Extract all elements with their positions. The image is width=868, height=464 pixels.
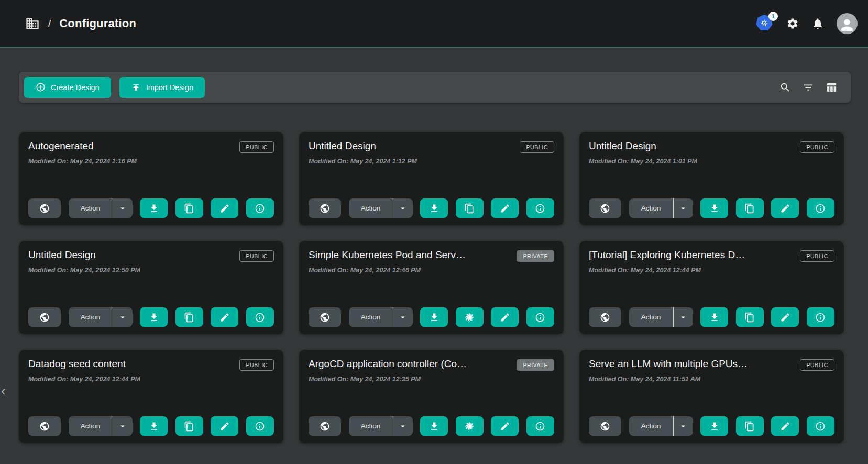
globe-icon xyxy=(600,421,610,432)
notifications-button[interactable] xyxy=(811,17,824,30)
action-button-label[interactable]: Action xyxy=(349,416,393,436)
action-dropdown-button[interactable] xyxy=(113,198,133,218)
action-dropdown-button[interactable] xyxy=(113,416,133,436)
download-button[interactable] xyxy=(420,198,448,218)
copy-or-clone-button[interactable] xyxy=(175,307,203,327)
download-button[interactable] xyxy=(140,198,168,218)
publish-button[interactable] xyxy=(309,416,341,436)
visibility-badge: PUBLIC xyxy=(239,250,274,262)
copy-or-clone-button[interactable] xyxy=(175,198,203,218)
action-dropdown-button[interactable] xyxy=(674,198,693,218)
publish-button[interactable] xyxy=(589,198,621,218)
action-dropdown-button[interactable] xyxy=(393,307,413,327)
edit-button[interactable] xyxy=(491,198,519,218)
download-button[interactable] xyxy=(700,416,728,436)
create-design-button[interactable]: Create Design xyxy=(24,77,111,98)
publish-button[interactable] xyxy=(28,307,61,327)
action-split-button[interactable]: Action xyxy=(349,198,413,218)
info-button[interactable] xyxy=(807,198,834,218)
info-button[interactable] xyxy=(246,307,274,327)
edit-icon xyxy=(780,203,790,214)
action-button-label[interactable]: Action xyxy=(69,198,113,218)
edit-icon xyxy=(500,421,510,432)
action-split-button[interactable]: Action xyxy=(69,198,133,218)
info-button[interactable] xyxy=(526,307,554,327)
action-dropdown-button[interactable] xyxy=(113,307,133,327)
globe-icon xyxy=(320,421,330,432)
action-split-button[interactable]: Action xyxy=(629,307,693,327)
action-button-label[interactable]: Action xyxy=(349,198,393,218)
card-actions: Action xyxy=(589,198,834,218)
copy-or-clone-button[interactable] xyxy=(736,307,764,327)
action-button-label[interactable]: Action xyxy=(69,307,113,327)
publish-button[interactable] xyxy=(589,416,621,436)
download-button[interactable] xyxy=(420,416,448,436)
action-button-label[interactable]: Action xyxy=(69,416,113,436)
visibility-badge: PUBLIC xyxy=(239,359,274,371)
info-icon xyxy=(815,203,826,214)
publish-button[interactable] xyxy=(28,198,61,218)
action-split-button[interactable]: Action xyxy=(69,307,133,327)
action-dropdown-button[interactable] xyxy=(674,416,693,436)
copy-or-clone-button[interactable] xyxy=(736,198,764,218)
action-split-button[interactable]: Action xyxy=(349,416,413,436)
download-button[interactable] xyxy=(140,416,168,436)
publish-button[interactable] xyxy=(28,416,61,436)
kubernetes-context-button[interactable]: 1 xyxy=(756,15,774,32)
copy-or-clone-button[interactable] xyxy=(456,198,484,218)
download-icon xyxy=(709,312,720,323)
action-split-button[interactable]: Action xyxy=(629,416,693,436)
action-split-button[interactable]: Action xyxy=(69,416,133,436)
info-button[interactable] xyxy=(526,198,554,218)
edit-button[interactable] xyxy=(771,416,799,436)
info-button[interactable] xyxy=(526,416,554,436)
info-button[interactable] xyxy=(807,307,834,327)
table-view-button[interactable] xyxy=(826,82,837,93)
modified-date: Modified On: May 24, 2024 12:46 PM xyxy=(309,267,554,274)
edit-button[interactable] xyxy=(211,307,238,327)
edit-button[interactable] xyxy=(211,416,238,436)
building-icon[interactable] xyxy=(25,16,40,31)
edit-button[interactable] xyxy=(491,307,519,327)
card-header: Datadog seed content PUBLIC xyxy=(28,358,274,371)
info-button[interactable] xyxy=(246,198,274,218)
caret-down-icon xyxy=(398,313,408,322)
action-button-label[interactable]: Action xyxy=(629,198,673,218)
edit-button[interactable] xyxy=(491,416,519,436)
filter-button[interactable] xyxy=(803,82,814,93)
visibility-badge: PRIVATE xyxy=(517,250,554,262)
page-title: Configuration xyxy=(59,17,136,30)
info-button[interactable] xyxy=(246,416,274,436)
action-button-label[interactable]: Action xyxy=(629,416,673,436)
copy-or-clone-button[interactable] xyxy=(456,416,484,436)
action-button-label[interactable]: Action xyxy=(629,307,673,327)
edit-button[interactable] xyxy=(211,198,238,218)
publish-button[interactable] xyxy=(309,307,341,327)
copy-or-clone-button[interactable] xyxy=(736,416,764,436)
action-dropdown-button[interactable] xyxy=(393,198,413,218)
publish-button[interactable] xyxy=(309,198,341,218)
action-split-button[interactable]: Action xyxy=(349,307,413,327)
sidebar-expand-chevron[interactable]: ‹ xyxy=(1,384,6,397)
settings-button[interactable] xyxy=(786,17,799,30)
edit-button[interactable] xyxy=(771,307,799,327)
copy-or-clone-button[interactable] xyxy=(175,416,203,436)
copy-or-clone-button[interactable] xyxy=(456,307,484,327)
design-card: Simple Kubernetes Pod and Serv… PRIVATE … xyxy=(299,241,564,334)
action-button-label[interactable]: Action xyxy=(349,307,393,327)
download-button[interactable] xyxy=(700,307,728,327)
search-icon xyxy=(779,82,791,93)
edit-button[interactable] xyxy=(771,198,799,218)
action-dropdown-button[interactable] xyxy=(674,307,693,327)
import-design-button[interactable]: Import Design xyxy=(119,77,205,98)
download-button[interactable] xyxy=(700,198,728,218)
info-button[interactable] xyxy=(807,416,834,436)
edit-icon xyxy=(780,312,790,323)
action-split-button[interactable]: Action xyxy=(629,198,693,218)
publish-button[interactable] xyxy=(589,307,621,327)
user-avatar[interactable] xyxy=(837,13,858,34)
download-button[interactable] xyxy=(140,307,168,327)
action-dropdown-button[interactable] xyxy=(393,416,413,436)
download-button[interactable] xyxy=(420,307,448,327)
search-button[interactable] xyxy=(779,82,791,93)
